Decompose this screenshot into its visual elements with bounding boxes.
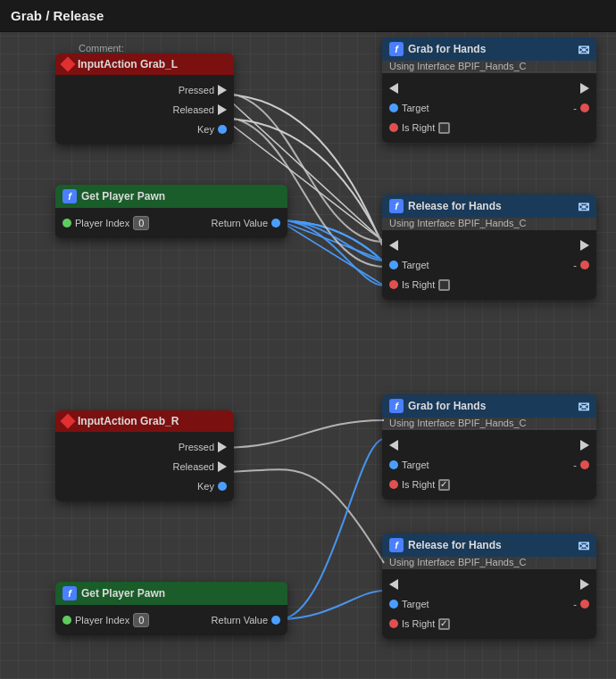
isright-checkbox-release-1[interactable] [438, 279, 450, 291]
target-in-pin-grab-1[interactable] [389, 104, 398, 112]
exec-out-pin-release-1[interactable] [580, 240, 589, 251]
key-label-r: Key [197, 481, 214, 492]
playerindex-row-pawn-2: Player Index 0 Return Value [55, 610, 287, 630]
exec-in-pin-release-1[interactable] [389, 240, 398, 251]
node-title-pawn-1: Get Player Pawn [81, 190, 165, 203]
node-body-pawn-2: Player Index 0 Return Value [55, 605, 287, 635]
exec-out-pin-grab-1[interactable] [580, 83, 589, 94]
title-bar: Grab / Release [0, 0, 616, 32]
released-pin-r[interactable] [218, 461, 227, 472]
target-label-release-1: Target [402, 260, 429, 270]
target-in-pin-release-1[interactable] [389, 261, 398, 269]
diamond-icon-r [61, 414, 76, 429]
pressed-pin[interactable] [218, 85, 227, 95]
isright-label-grab-2: Is Right [402, 479, 435, 490]
exec-out-pin-grab-2[interactable] [580, 440, 589, 451]
isright-label-release-2: Is Right [402, 618, 435, 629]
playerindex-pin-pawn-2[interactable] [62, 616, 71, 625]
node-body-release-1: Target - Is Right [382, 230, 596, 300]
subheader-release-2: Using Interface BPIF_Hands_C [382, 557, 596, 569]
node-grab-for-hands-1[interactable]: f Grab for Hands ✉ Using Interface BPIF_… [382, 37, 596, 143]
node-header-pawn-1: f Get Player Pawn [55, 185, 287, 208]
released-pin[interactable] [218, 104, 227, 115]
target-row-grab-1: Target - [382, 98, 596, 118]
target-out-pin-release-1[interactable] [580, 261, 589, 269]
returnvalue-label-pawn-1: Return Value [212, 218, 268, 228]
isright-pin-release-2[interactable] [389, 619, 398, 628]
pressed-pin-r[interactable] [218, 442, 227, 452]
node-body-input-r: Pressed Released Key [55, 432, 234, 501]
exec-out-pin-release-2[interactable] [580, 579, 589, 590]
isright-row-grab-1: Is Right [382, 118, 596, 137]
released-row-r: Released [55, 457, 234, 476]
node-get-player-pawn-2[interactable]: f Get Player Pawn Player Index 0 Return … [55, 582, 287, 635]
node-header-input-r: InputAction Grab_R [55, 410, 234, 432]
func-icon-grab-1: f [389, 42, 404, 56]
target-out-pin-grab-1[interactable] [580, 104, 589, 112]
target-label-grab-2: Target [402, 460, 429, 470]
isright-checkbox-grab-1[interactable] [438, 122, 450, 134]
isright-label-release-1: Is Right [402, 279, 435, 290]
node-body-grab-2: Target - Is Right [382, 430, 596, 500]
func-icon-release-1: f [389, 199, 404, 213]
key-label: Key [197, 124, 214, 135]
node-body-input-l: Pressed Released Key [55, 75, 234, 145]
exec-in-pin-grab-2[interactable] [389, 440, 398, 451]
node-title-input-r: InputAction Grab_R [78, 415, 179, 427]
mail-icon-release-2: ✉ [578, 538, 589, 555]
returnvalue-label-pawn-2: Return Value [212, 615, 268, 625]
exec-row-release-1 [382, 236, 596, 255]
isright-pin-release-1[interactable] [389, 280, 398, 289]
target-out-pin-grab-2[interactable] [580, 460, 589, 469]
exec-in-pin-release-2[interactable] [389, 579, 398, 590]
isright-pin-grab-1[interactable] [389, 123, 398, 132]
subheader-grab-1: Using Interface BPIF_Hands_C [382, 61, 596, 73]
node-input-action-grab-r[interactable]: InputAction Grab_R Pressed Released Key [55, 410, 234, 501]
target-in-pin-release-2[interactable] [389, 600, 398, 609]
node-title-grab-1: Grab for Hands [408, 43, 486, 55]
svg-line-2 [279, 220, 384, 261]
key-pin[interactable] [218, 125, 227, 134]
target-row-release-1: Target - [382, 255, 596, 275]
pressed-row-r: Pressed [55, 437, 234, 457]
node-title-release-1: Release for Hands [408, 200, 502, 212]
dash-grab-1: - [573, 103, 577, 113]
target-label-release-2: Target [402, 599, 429, 609]
node-body-release-2: Target - Is Right [382, 569, 596, 639]
key-pin-r[interactable] [218, 482, 227, 491]
node-body-grab-1: Target - Is Right [382, 73, 596, 143]
exec-in-pin-grab-1[interactable] [389, 83, 398, 94]
key-row-r: Key [55, 476, 234, 496]
dash-release-2: - [573, 599, 577, 609]
isright-pin-grab-2[interactable] [389, 480, 398, 489]
target-in-pin-grab-2[interactable] [389, 460, 398, 469]
target-out-pin-release-2[interactable] [580, 600, 589, 609]
playerindex-pin-pawn-1[interactable] [62, 219, 71, 228]
node-release-for-hands-2[interactable]: f Release for Hands ✉ Using Interface BP… [382, 534, 596, 639]
node-grab-for-hands-2[interactable]: f Grab for Hands ✉ Using Interface BPIF_… [382, 394, 596, 500]
node-release-for-hands-1[interactable]: f Release for Hands ✉ Using Interface BP… [382, 195, 596, 300]
node-title-pawn-2: Get Player Pawn [81, 587, 165, 600]
returnvalue-pin-pawn-2[interactable] [271, 616, 280, 625]
released-row: Released [55, 100, 234, 120]
isright-checkbox-grab-2[interactable] [438, 479, 450, 491]
node-header-release-1: f Release for Hands ✉ [382, 195, 596, 218]
isright-checkbox-release-2[interactable] [438, 618, 450, 630]
playerindex-badge-pawn-1[interactable]: 0 [133, 216, 149, 230]
pressed-label-r: Pressed [179, 442, 214, 452]
node-input-action-grab-l[interactable]: InputAction Grab_L Pressed Released Key [55, 54, 234, 145]
mail-icon-grab-2: ✉ [578, 399, 589, 416]
mail-icon-release-1: ✉ [578, 199, 589, 216]
node-title-release-2: Release for Hands [408, 539, 502, 551]
isright-row-release-1: Is Right [382, 275, 596, 294]
playerindex-badge-pawn-2[interactable]: 0 [133, 613, 149, 627]
key-row: Key [55, 120, 234, 139]
released-label: Released [173, 104, 214, 115]
node-get-player-pawn-1[interactable]: f Get Player Pawn Player Index 0 Return … [55, 185, 287, 238]
target-label-grab-1: Target [402, 103, 429, 113]
func-icon-release-2: f [389, 538, 404, 552]
isright-row-release-2: Is Right [382, 614, 596, 633]
returnvalue-pin-pawn-1[interactable] [271, 219, 280, 228]
subheader-release-1: Using Interface BPIF_Hands_C [382, 218, 596, 230]
node-header-grab-1: f Grab for Hands ✉ [382, 37, 596, 61]
